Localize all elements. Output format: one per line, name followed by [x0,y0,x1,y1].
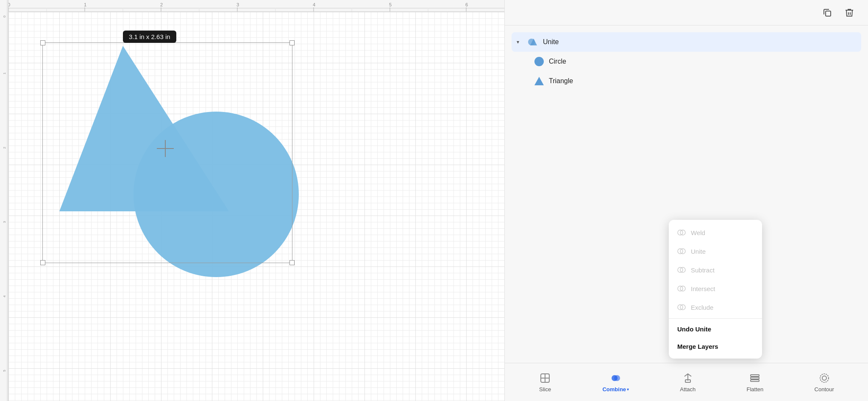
layer-children: Circle Triangle [512,52,861,91]
dropdown-item-subtract: Subtract [669,261,762,279]
handle-br[interactable] [289,260,295,265]
flatten-icon [748,372,761,384]
attach-icon [682,372,694,384]
dropdown-divider [669,318,762,319]
svg-text:6: 6 [465,3,468,8]
svg-point-55 [820,374,829,382]
bottom-tool-flatten[interactable]: Flatten [740,368,771,396]
dimension-tooltip: 3.1 in x 2.63 in [123,31,176,43]
dropdown-item-intersect: Intersect [669,279,762,298]
bottom-tool-attach[interactable]: Attach [673,368,702,396]
duplicate-icon[interactable] [821,6,834,20]
merge-layers-label: Merge Layers [677,343,718,350]
dropdown-item-exclude: Exclude [669,298,762,317]
contour-label: Contour [815,386,834,393]
unite-icon [528,36,539,48]
triangle-layer-icon [534,76,545,87]
svg-text:0: 0 [3,15,7,17]
layer-group: ▾ Unite Circle [505,32,868,91]
handle-bl[interactable] [40,260,45,265]
crosshair [157,140,174,157]
attach-label: Attach [680,386,696,393]
bottom-tool-slice[interactable]: Slice [532,368,558,396]
bottom-toolbar: Slice Combine ▾ Attach [505,363,868,401]
layer-item-circle[interactable]: Circle [529,52,861,71]
circle-layer-icon [534,56,545,67]
layer-circle-label: Circle [549,58,566,65]
svg-point-56 [822,376,826,380]
svg-text:2: 2 [3,147,7,149]
bottom-tool-contour[interactable]: Contour [808,368,841,396]
svg-rect-51 [685,380,690,382]
svg-rect-52 [751,375,759,376]
svg-text:3: 3 [236,3,239,8]
weld-label: Weld [691,229,705,236]
svg-rect-22 [0,0,8,401]
svg-text:4: 4 [313,3,315,8]
intersect-label: Intersect [691,285,715,292]
delete-icon[interactable] [843,6,856,20]
expand-arrow-icon[interactable]: ▾ [517,39,523,45]
bottom-tool-combine[interactable]: Combine ▾ [595,368,636,396]
svg-rect-53 [751,377,759,379]
svg-rect-0 [0,0,504,11]
svg-text:1: 1 [3,72,7,74]
combine-label: Combine [602,386,626,393]
exclude-label: Exclude [691,304,713,311]
svg-text:4: 4 [3,295,7,297]
subtract-label: Subtract [691,266,715,274]
svg-text:5: 5 [3,370,7,372]
dropdown-item-weld: Weld [669,223,762,242]
right-panel: ▾ Unite Circle [504,0,868,401]
undo-unite-label: Undo Unite [677,325,711,333]
svg-text:5: 5 [389,3,392,8]
layer-unite-label: Unite [543,38,559,46]
svg-rect-33 [826,11,831,16]
slice-icon [539,372,551,384]
ruler-top: 0 1 2 3 4 5 6 [0,0,504,12]
combine-dropdown-arrow[interactable]: ▾ [627,387,629,392]
ruler-left: 0 1 2 3 4 5 [0,0,8,401]
handle-tr[interactable] [289,40,295,45]
combine-dropdown-menu[interactable]: Weld Unite Subtract Intersect [669,220,762,359]
contour-icon [818,372,831,384]
layer-item-unite[interactable]: ▾ Unite [512,32,861,52]
svg-text:1: 1 [84,3,86,8]
svg-text:3: 3 [3,221,7,223]
combine-icon [609,372,622,384]
svg-text:2: 2 [160,3,163,8]
unite-label: Unite [691,248,706,255]
dropdown-item-undo-unite[interactable]: Undo Unite [669,320,762,338]
flatten-label: Flatten [747,386,764,393]
handle-tl[interactable] [40,40,45,45]
svg-point-50 [614,375,620,381]
canvas-area[interactable]: 0 1 2 3 4 5 6 [0,0,504,401]
layer-item-triangle[interactable]: Triangle [529,71,861,91]
slice-label: Slice [539,386,551,393]
layer-triangle-label: Triangle [549,77,573,85]
svg-rect-54 [751,380,759,381]
panel-toolbar [505,0,868,25]
dropdown-item-unite: Unite [669,242,762,261]
dropdown-item-merge-layers[interactable]: Merge Layers [669,338,762,355]
